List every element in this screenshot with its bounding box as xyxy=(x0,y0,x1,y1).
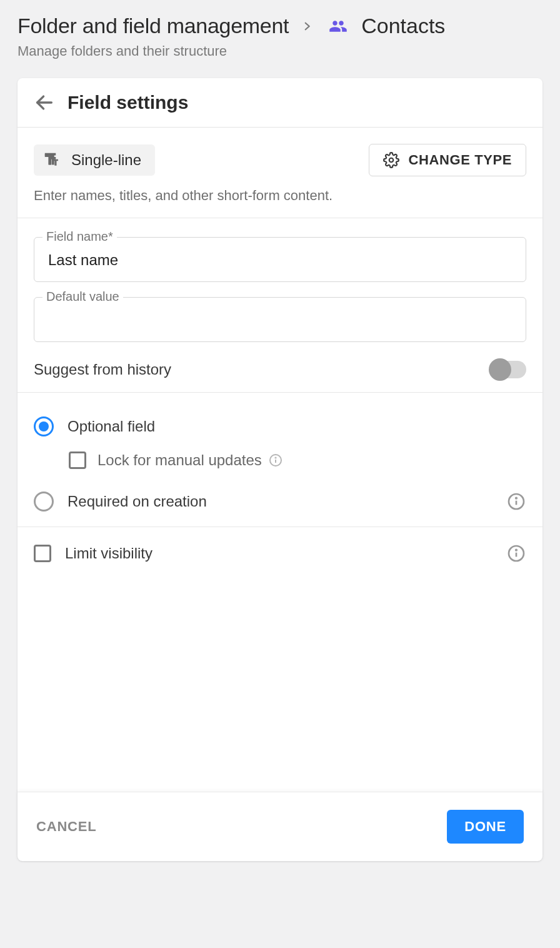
people-icon xyxy=(325,17,351,36)
required-on-creation-label: Required on creation xyxy=(68,493,207,510)
done-button[interactable]: DONE xyxy=(447,810,524,844)
chevron-right-icon xyxy=(301,18,312,35)
limit-visibility-row: Limit visibility xyxy=(34,543,526,563)
breadcrumb: Folder and field management Contacts xyxy=(18,14,542,38)
type-section: Single-line CHANGE TYPE Enter names, tit… xyxy=(18,128,542,218)
svg-point-10 xyxy=(516,550,517,551)
lock-updates-row: Lock for manual updates xyxy=(34,451,526,485)
optional-field-label: Optional field xyxy=(68,418,155,435)
optional-field-radio[interactable] xyxy=(34,416,54,436)
form-section: Field name* Default value Suggest from h… xyxy=(18,218,542,393)
field-settings-panel: Field settings Single-line CHANGE TYPE E… xyxy=(18,78,542,861)
default-value-wrap: Default value xyxy=(34,297,526,342)
back-button[interactable] xyxy=(34,92,55,113)
cancel-button[interactable]: CANCEL xyxy=(36,819,96,835)
breadcrumb-current[interactable]: Contacts xyxy=(325,14,445,38)
svg-point-7 xyxy=(516,498,517,499)
info-icon[interactable] xyxy=(268,453,283,468)
limit-visibility-checkbox[interactable] xyxy=(34,545,51,562)
breadcrumb-current-label: Contacts xyxy=(361,14,445,38)
info-icon[interactable] xyxy=(506,492,526,512)
radio-dot xyxy=(39,421,49,431)
required-on-creation-row: Required on creation xyxy=(34,485,526,518)
optional-field-radio-row: Optional field xyxy=(34,410,526,451)
suggest-history-label: Suggest from history xyxy=(34,361,171,378)
page-subtitle: Manage folders and their structure xyxy=(18,43,542,59)
gear-icon xyxy=(383,152,399,168)
change-type-button[interactable]: CHANGE TYPE xyxy=(369,144,526,176)
info-icon[interactable] xyxy=(506,543,526,563)
text-type-icon xyxy=(42,151,61,169)
lock-updates-label: Lock for manual updates xyxy=(98,451,283,469)
panel-footer: CANCEL DONE xyxy=(18,792,542,861)
suggest-history-toggle[interactable] xyxy=(490,361,526,378)
svg-point-4 xyxy=(275,457,276,458)
field-name-wrap: Field name* xyxy=(34,237,526,282)
visibility-section: Limit visibility xyxy=(18,527,542,792)
default-value-label: Default value xyxy=(42,290,123,304)
panel-title: Field settings xyxy=(68,92,188,113)
field-type-label: Single-line xyxy=(71,151,141,169)
requirement-options: Optional field Lock for manual updates R… xyxy=(18,393,542,527)
field-name-label: Field name* xyxy=(42,229,117,244)
limit-visibility-label: Limit visibility xyxy=(65,545,152,562)
required-on-creation-radio[interactable] xyxy=(34,492,54,512)
change-type-label: CHANGE TYPE xyxy=(408,152,512,168)
lock-updates-checkbox[interactable] xyxy=(69,451,86,469)
svg-point-1 xyxy=(389,158,394,163)
suggest-history-row: Suggest from history xyxy=(34,357,526,378)
type-description: Enter names, titles, and other short-for… xyxy=(34,188,526,204)
toggle-knob xyxy=(489,358,511,381)
breadcrumb-root[interactable]: Folder and field management xyxy=(18,14,289,38)
panel-header: Field settings xyxy=(18,78,542,128)
field-type-chip: Single-line xyxy=(34,144,155,176)
